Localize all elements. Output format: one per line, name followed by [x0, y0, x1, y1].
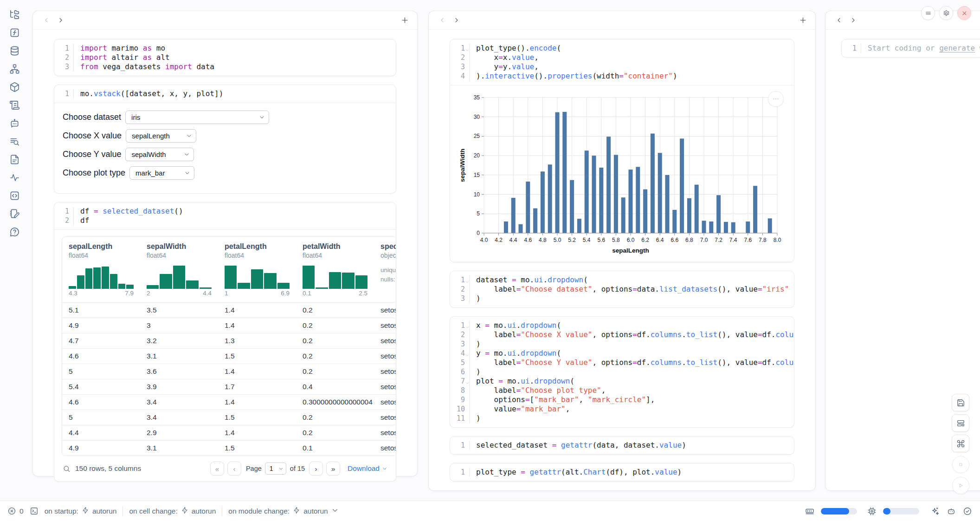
table-row[interactable]: 5.13.51.40.2setosa [62, 302, 396, 318]
column-forward-button[interactable] [846, 14, 860, 26]
table-row[interactable]: 4.931.40.2setosa [62, 318, 396, 333]
sidebar-item-snippets[interactable] [8, 189, 20, 202]
sidebar-item-logs[interactable] [8, 99, 20, 111]
stop-button[interactable] [952, 456, 969, 473]
column-back-button[interactable] [39, 14, 53, 26]
chart-menu-button[interactable] [768, 91, 784, 107]
bolt-icon [293, 507, 300, 516]
chart-output[interactable]: 4.04.24.44.64.85.05.25.45.65.86.06.26.46… [450, 85, 794, 262]
page-count-label: of 15 [290, 465, 305, 472]
save-button[interactable] [952, 394, 969, 411]
bar [518, 224, 522, 233]
table-cell: setosa [374, 333, 396, 348]
column-header-petalWidth[interactable]: petalWidthfloat640.12.5 [296, 237, 374, 302]
plot-type-select[interactable]: mark_bar [129, 166, 194, 180]
table-row[interactable]: 53.61.40.2setosa [62, 364, 396, 379]
code-line: 2 label="Choose X value", options=df.col… [450, 330, 787, 339]
table-row[interactable]: 4.63.41.40.3000000000000004setosa [62, 394, 396, 410]
sidebar-item-packages[interactable] [8, 81, 20, 93]
sidebar-item-ai-chat[interactable] [8, 117, 20, 129]
menu-icon [925, 10, 932, 17]
xy-plot-dropdowns-cell-editor[interactable]: 1x = mo.ui.dropdown(2 label="Choose X va… [450, 317, 794, 427]
table-cell: setosa [374, 425, 396, 440]
dataframe-cell-editor[interactable]: 1df = selected_dataset()2df [54, 202, 396, 229]
table-row[interactable]: 53.41.50.2setosa [62, 410, 396, 425]
column-header-species[interactable]: speciesobjectuniquenulls: [374, 237, 396, 302]
y-value-select[interactable]: sepalWidth [125, 148, 194, 161]
code-line: 2df [54, 216, 389, 225]
table-cell: 3.1 [140, 441, 218, 456]
connection-status-button[interactable] [962, 506, 973, 516]
document-icon [9, 154, 20, 165]
keyboard-shortcuts-button[interactable] [952, 435, 969, 452]
sidebar-item-datasources[interactable] [8, 45, 20, 57]
sidebar-item-dependencies[interactable] [8, 63, 20, 75]
code-text: selected_dataset = getattr(data, dataset… [470, 441, 686, 450]
new-cell-editor[interactable]: 1Start coding or generate with [842, 39, 980, 57]
x-value-select[interactable]: sepalLength [126, 129, 196, 143]
imports-cell-editor[interactable]: 1import marimo as mo2import altair as al… [54, 39, 396, 76]
column-forward-button[interactable] [449, 14, 463, 26]
vstack-cell: 1mo.vstack([dataset, x, y, plot])Choose … [54, 85, 396, 194]
column-header-sepalLength[interactable]: sepalLengthfloat644.37.9 [62, 237, 140, 302]
chevron-down-icon [465, 280, 470, 284]
bolt-icon [181, 507, 188, 516]
table-row[interactable]: 4.42.91.40.2setosa [62, 425, 396, 440]
table-row[interactable]: 4.93.11.50.1setosa [62, 440, 396, 456]
bar [746, 221, 750, 233]
next-page-button[interactable]: › [309, 462, 323, 475]
memory-icon [805, 507, 814, 516]
notebook-menu-button[interactable] [921, 6, 935, 20]
selected-dataset-cell-editor[interactable]: 1selected_dataset = getattr(data, datase… [450, 436, 794, 454]
last-page-button[interactable]: » [326, 462, 340, 475]
sidebar-item-tracing[interactable] [8, 171, 20, 183]
column-back-button[interactable] [435, 14, 449, 26]
settings-button[interactable] [939, 6, 953, 20]
layout-button[interactable] [952, 414, 969, 432]
add-cell-button[interactable] [399, 14, 411, 26]
sidebar-item-help[interactable] [8, 226, 20, 238]
shutdown-button[interactable] [957, 6, 971, 20]
error-count-badge[interactable]: 0 [7, 507, 24, 515]
add-cell-button[interactable] [797, 14, 809, 26]
terminal-button[interactable] [30, 507, 39, 515]
bolt-icon [181, 507, 188, 514]
window-controls [921, 6, 971, 20]
table-row[interactable]: 4.63.11.50.2setosa [62, 348, 396, 364]
chart-cell-editor[interactable]: 1plot_type().encode(2 x=x.value,3 y=y.va… [450, 39, 794, 85]
sidebar-item-file-explorer[interactable] [8, 8, 20, 20]
code-line: 1import marimo as mo [54, 44, 389, 53]
copilot-button[interactable] [946, 506, 956, 516]
chevron-down-icon [382, 466, 387, 471]
sidebar-item-variables[interactable] [8, 26, 20, 39]
run-button[interactable] [952, 477, 969, 494]
dataset-select[interactable]: iris [125, 111, 269, 124]
altair-bar-chart[interactable]: 4.04.24.44.64.85.05.25.45.65.86.06.26.46… [457, 91, 787, 259]
column-dtype: float64 [140, 252, 218, 259]
sidebar-item-documentation[interactable] [8, 153, 20, 165]
download-button[interactable]: Download [348, 464, 387, 473]
notebook-column-2: 1plot_type().encode(2 x=x.value,3 y=y.va… [428, 11, 816, 491]
ai-sparkles-button[interactable] [930, 506, 940, 516]
line-number: 1 [450, 321, 470, 330]
on-cell-change-config[interactable]: on cell change:autorun [129, 507, 216, 516]
sidebar-item-scratchpad[interactable] [8, 208, 20, 220]
code-line: 7plot = mo.ui.dropdown( [450, 377, 787, 386]
column-header-sepalWidth[interactable]: sepalWidthfloat6424.4 [140, 237, 218, 302]
dataset-dropdown-cell-editor[interactable]: 1dataset = mo.ui.dropdown(2 label="Choos… [450, 271, 794, 307]
on-module-change-config[interactable]: on module change:autorun [228, 507, 338, 516]
table-row[interactable]: 4.73.21.30.2setosa [62, 333, 396, 348]
first-page-button[interactable]: « [210, 462, 224, 475]
vstack-cell-editor[interactable]: 1mo.vstack([dataset, x, y, plot]) [54, 85, 396, 103]
page-select[interactable]: 1 [265, 462, 286, 475]
column-forward-button[interactable] [53, 14, 67, 26]
column-back-button[interactable] [832, 14, 846, 26]
table-row[interactable]: 5.43.91.70.4setosa [62, 379, 396, 394]
chevron-down-icon [331, 507, 339, 516]
plot-type-cell-editor[interactable]: 1plot_type = getattr(alt.Chart(df), plot… [450, 463, 794, 481]
on-startup-config[interactable]: on startup:autorun [45, 507, 117, 516]
column-header-petalLength[interactable]: petalLengthfloat6416.9 [218, 237, 296, 302]
sidebar-item-outline[interactable] [8, 135, 20, 147]
previous-page-button[interactable]: ‹ [227, 462, 241, 475]
cpu-icon [867, 506, 877, 516]
